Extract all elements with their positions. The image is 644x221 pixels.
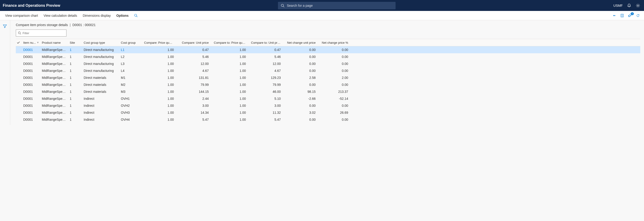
cell-compare-price-quantity: 1.00 <box>143 97 178 101</box>
filter-pane-icon[interactable] <box>3 24 8 29</box>
cell-product: MidRangeSpeak... <box>41 118 69 121</box>
grid-filter[interactable] <box>16 30 66 37</box>
filter-input[interactable] <box>22 31 64 35</box>
cell-site[interactable]: 1 <box>69 62 83 66</box>
attachments-icon[interactable]: 0 <box>628 13 632 18</box>
cell-compare-to-unit-price: 5.47 <box>250 118 285 121</box>
top-header: Finance and Operations Preview Search fo… <box>0 0 644 11</box>
cell-site[interactable]: 1 <box>69 55 83 59</box>
cell-item[interactable]: D0001 <box>22 55 41 59</box>
cell-compare-price-quantity: 1.00 <box>143 104 178 107</box>
cell-item[interactable]: D0001 <box>22 83 41 87</box>
cell-net-change-price-percent: -52.14 <box>320 97 352 101</box>
cell-item[interactable]: D0001 <box>22 76 41 80</box>
col-cost-group[interactable]: Cost group <box>120 41 143 45</box>
cell-net-change-unit-price: 0.00 <box>285 83 320 87</box>
cell-compare-to-price-quantity: 1.00 <box>213 48 250 52</box>
cell-compare-to-price-quantity: 1.00 <box>213 76 250 80</box>
col-select-all[interactable] <box>16 41 22 44</box>
cell-cost-group-type: Direct materials <box>83 76 120 80</box>
table-row[interactable]: D0001MidRangeSpeak...1Direct manufacturi… <box>16 46 640 53</box>
cell-item[interactable]: D0001 <box>22 90 41 94</box>
gear-icon[interactable] <box>636 3 640 8</box>
cell-cost-group[interactable]: OVH2 <box>120 104 143 107</box>
cell-product: MidRangeSpeak... <box>41 104 69 107</box>
extension-icon[interactable] <box>612 13 616 18</box>
col-product-name[interactable]: Product name <box>41 41 69 45</box>
cell-item[interactable]: D0001 <box>22 97 41 101</box>
refresh-icon[interactable] <box>636 13 640 18</box>
table-row[interactable]: D0001MidRangeSpeak...1Direct materialsM3… <box>16 88 640 95</box>
cell-site[interactable]: 1 <box>69 118 83 121</box>
col-site[interactable]: Site <box>69 41 83 45</box>
cell-cost-group[interactable]: OVH3 <box>120 111 143 114</box>
cell-site[interactable]: 1 <box>69 111 83 114</box>
company-code[interactable]: USMF <box>613 4 622 8</box>
cell-net-change-unit-price: 0.00 <box>285 62 320 66</box>
cell-item[interactable]: D0001 <box>22 104 41 107</box>
table-row[interactable]: D0001MidRangeSpeak...1Direct materialsM1… <box>16 74 640 81</box>
cell-compare-to-price-quantity: 1.00 <box>213 83 250 87</box>
filter-search-icon <box>18 31 21 35</box>
cell-item[interactable]: D0001 <box>22 69 41 73</box>
col-compare-unit-price[interactable]: Compare: Unit price <box>178 41 213 45</box>
cell-cost-group[interactable]: M3 <box>120 90 143 94</box>
cell-site[interactable]: 1 <box>69 104 83 107</box>
cell-site[interactable]: 1 <box>69 83 83 87</box>
svg-point-3 <box>134 14 137 16</box>
col-compare-price-quantity[interactable]: Compare: Price quantity <box>143 41 178 45</box>
cell-item[interactable]: D0001 <box>22 111 41 114</box>
options-button[interactable]: Options <box>114 14 131 18</box>
cell-site[interactable]: 1 <box>69 69 83 73</box>
cell-item[interactable]: D0001 <box>22 62 41 66</box>
col-compare-to-unit-price[interactable]: Compare to: Unit price <box>250 41 285 45</box>
table-row[interactable]: D0001MidRangeSpeak...1Direct manufacturi… <box>16 67 640 74</box>
table-row[interactable]: D0001MidRangeSpeak...1IndirectOVH41.005.… <box>16 116 640 123</box>
table-row[interactable]: D0001MidRangeSpeak...1Direct manufacturi… <box>16 60 640 67</box>
cell-site[interactable]: 1 <box>69 97 83 101</box>
cell-item[interactable]: D0001 <box>22 48 41 52</box>
col-net-change-unit-price[interactable]: Net change unit price <box>285 41 320 45</box>
cell-net-change-price-percent: 0.00 <box>320 55 352 59</box>
breadcrumb-separator: | <box>69 23 71 27</box>
cell-cost-group[interactable]: M1 <box>120 76 143 80</box>
cell-compare-to-price-quantity: 1.00 <box>213 104 250 107</box>
table-row[interactable]: D0001MidRangeSpeak...1IndirectOVH31.0014… <box>16 109 640 116</box>
col-item-number[interactable]: Item nu... <box>22 41 41 45</box>
col-compare-to-price-quantity[interactable]: Compare to: Price quantity <box>213 41 250 45</box>
cell-item[interactable]: D0001 <box>22 118 41 121</box>
dimensions-display-button[interactable]: Dimensions display <box>80 14 114 18</box>
cell-cost-group[interactable]: L4 <box>120 69 143 73</box>
cell-cost-group[interactable]: OVH4 <box>120 118 143 121</box>
cell-compare-to-price-quantity: 1.00 <box>213 111 250 114</box>
cell-site[interactable]: 1 <box>69 76 83 80</box>
table-row[interactable]: D0001MidRangeSpeak...1Direct materialsM2… <box>16 81 640 88</box>
cell-cost-group[interactable]: M2 <box>120 83 143 87</box>
cell-net-change-price-percent: 0.00 <box>320 62 352 66</box>
cell-cost-group-type: Direct manufacturing <box>83 62 120 66</box>
cell-cost-group[interactable]: L1 <box>120 48 143 52</box>
cell-cost-group[interactable]: L2 <box>120 55 143 59</box>
cell-net-change-price-percent: 2.00 <box>320 76 352 80</box>
cell-cost-group[interactable]: OVH1 <box>120 97 143 101</box>
cell-site[interactable]: 1 <box>69 90 83 94</box>
cell-site[interactable]: 1 <box>69 48 83 52</box>
action-search-icon[interactable] <box>131 14 140 17</box>
col-net-change-price-percent[interactable]: Net change price % <box>320 41 352 45</box>
svg-point-0 <box>281 4 284 7</box>
view-comparison-chart-button[interactable]: View comparison chart <box>2 14 41 18</box>
svg-line-10 <box>20 34 21 35</box>
table-row[interactable]: D0001MidRangeSpeak...1IndirectOVH11.002.… <box>16 95 640 102</box>
cell-net-change-unit-price: 0.00 <box>285 118 320 121</box>
col-cost-group-type[interactable]: Cost group type <box>83 41 120 45</box>
cell-net-change-price-percent: 213.37 <box>320 90 352 94</box>
table-row[interactable]: D0001MidRangeSpeak...1IndirectOVH21.003.… <box>16 102 640 109</box>
open-office-icon[interactable] <box>620 13 624 18</box>
table-row[interactable]: D0001MidRangeSpeak...1Direct manufacturi… <box>16 53 640 60</box>
cell-compare-to-unit-price: 12.00 <box>250 62 285 66</box>
action-right-icons: 0 <box>612 13 642 18</box>
cell-cost-group[interactable]: L3 <box>120 62 143 66</box>
global-search[interactable]: Search for a page <box>278 2 396 9</box>
notification-icon[interactable] <box>627 3 632 8</box>
view-calculation-details-button[interactable]: View calculation details <box>41 14 80 18</box>
